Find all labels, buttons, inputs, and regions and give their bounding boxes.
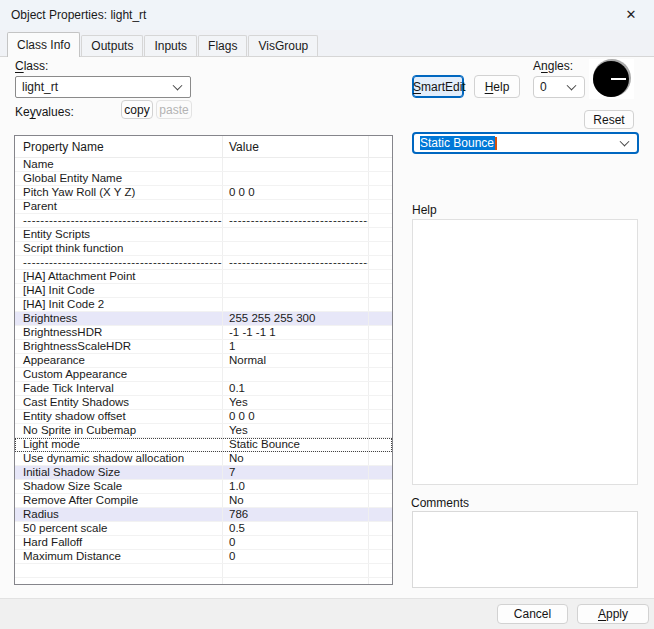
- property-name-cell[interactable]: Brightness: [15, 312, 223, 325]
- table-row[interactable]: Entity Scripts: [15, 228, 392, 242]
- property-name-cell[interactable]: Custom Appearance: [15, 368, 223, 381]
- tab-visgroup[interactable]: VisGroup: [248, 35, 318, 56]
- property-value-cell[interactable]: Normal: [223, 354, 369, 367]
- property-name-cell[interactable]: Script think function: [15, 242, 223, 255]
- table-row[interactable]: BrightnessHDR-1 -1 -1 1: [15, 326, 392, 340]
- property-value-cell[interactable]: 0.1: [223, 382, 369, 395]
- table-row[interactable]: [HA] Init Code 2: [15, 298, 392, 312]
- table-row[interactable]: [15, 564, 392, 578]
- tab-inputs[interactable]: Inputs: [144, 35, 197, 56]
- table-row[interactable]: [HA] Attachment Point: [15, 270, 392, 284]
- property-name-cell[interactable]: Hard Falloff: [15, 536, 223, 549]
- property-value-cell[interactable]: [223, 564, 369, 577]
- property-value-cell[interactable]: 0 0 0: [223, 410, 369, 423]
- tab-outputs[interactable]: Outputs: [81, 35, 143, 56]
- property-value-cell[interactable]: No: [223, 452, 369, 465]
- property-value-cell[interactable]: 0: [223, 550, 369, 563]
- table-row[interactable]: Entity shadow offset0 0 0: [15, 410, 392, 424]
- property-name-cell[interactable]: Light mode: [15, 438, 223, 451]
- class-combobox[interactable]: light_rt: [15, 76, 191, 98]
- paste-button[interactable]: paste: [156, 100, 192, 119]
- property-name-cell[interactable]: Global Entity Name: [15, 172, 223, 185]
- property-value-cell[interactable]: [223, 578, 369, 585]
- property-name-cell[interactable]: [15, 564, 223, 577]
- property-value-cell[interactable]: [223, 242, 369, 255]
- table-row[interactable]: Global Entity Name: [15, 172, 392, 186]
- light-mode-combobox[interactable]: Static Bounce: [412, 132, 639, 154]
- table-row[interactable]: Initial Shadow Size7: [15, 466, 392, 480]
- copy-button[interactable]: copy: [121, 100, 153, 119]
- table-row[interactable]: Cast Entity ShadowsYes: [15, 396, 392, 410]
- property-value-cell[interactable]: [223, 368, 369, 381]
- property-value-cell[interactable]: 1.0: [223, 480, 369, 493]
- angle-dial[interactable]: [589, 59, 634, 99]
- table-row[interactable]: Use dynamic shadow allocationNo: [15, 452, 392, 466]
- table-row[interactable]: Brightness255 255 255 300: [15, 312, 392, 326]
- property-value-cell[interactable]: ----------------------------------------…: [223, 256, 369, 269]
- table-row[interactable]: ----------------------------------------…: [15, 256, 392, 270]
- property-name-cell[interactable]: Initial Shadow Size: [15, 466, 223, 479]
- property-value-cell[interactable]: Yes: [223, 424, 369, 437]
- property-name-cell[interactable]: [HA] Attachment Point: [15, 270, 223, 283]
- property-name-cell[interactable]: Maximum Distance: [15, 550, 223, 563]
- table-row[interactable]: AppearanceNormal: [15, 354, 392, 368]
- smartedit-button[interactable]: SmartEdit: [412, 75, 464, 98]
- tab-class-info[interactable]: Class Info: [7, 32, 80, 57]
- comments-textarea[interactable]: [412, 511, 638, 588]
- property-name-cell[interactable]: Radius: [15, 508, 223, 521]
- table-row[interactable]: Maximum Distance0: [15, 550, 392, 564]
- property-value-cell[interactable]: 0 0 0: [223, 186, 369, 199]
- property-name-cell[interactable]: Appearance: [15, 354, 223, 367]
- table-row[interactable]: Radius786: [15, 508, 392, 522]
- property-name-cell[interactable]: ----------------------------------------…: [15, 256, 223, 269]
- property-value-cell[interactable]: [223, 172, 369, 185]
- table-row[interactable]: Pitch Yaw Roll (X Y Z)0 0 0: [15, 186, 392, 200]
- property-value-cell[interactable]: No: [223, 494, 369, 507]
- table-row[interactable]: No Sprite in CubemapYes: [15, 424, 392, 438]
- property-value-cell[interactable]: 1: [223, 340, 369, 353]
- property-name-cell[interactable]: Fade Tick Interval: [15, 382, 223, 395]
- table-row[interactable]: Fade Tick Interval0.1: [15, 382, 392, 396]
- property-name-cell[interactable]: BrightnessScaleHDR: [15, 340, 223, 353]
- reset-button[interactable]: Reset: [584, 110, 634, 129]
- property-name-cell[interactable]: [HA] Init Code 2: [15, 298, 223, 311]
- property-table[interactable]: Property Name Value NameGlobal Entity Na…: [14, 135, 393, 585]
- close-icon[interactable]: ✕: [616, 3, 646, 27]
- property-value-cell[interactable]: 7: [223, 466, 369, 479]
- property-value-cell[interactable]: 786: [223, 508, 369, 521]
- property-name-cell[interactable]: [15, 578, 223, 585]
- property-value-cell[interactable]: Static Bounce: [223, 438, 369, 451]
- property-value-cell[interactable]: [223, 270, 369, 283]
- table-row[interactable]: Light modeStatic Bounce: [15, 438, 392, 452]
- property-value-cell[interactable]: [223, 298, 369, 311]
- table-row[interactable]: Shadow Size Scale1.0: [15, 480, 392, 494]
- property-name-cell[interactable]: Shadow Size Scale: [15, 480, 223, 493]
- table-row[interactable]: Remove After CompileNo: [15, 494, 392, 508]
- property-value-cell[interactable]: 0: [223, 536, 369, 549]
- cancel-button[interactable]: Cancel: [497, 604, 568, 624]
- property-value-cell[interactable]: 0.5: [223, 522, 369, 535]
- table-row[interactable]: ----------------------------------------…: [15, 214, 392, 228]
- property-name-cell[interactable]: ----------------------------------------…: [15, 214, 223, 227]
- property-name-cell[interactable]: No Sprite in Cubemap: [15, 424, 223, 437]
- property-value-cell[interactable]: [223, 228, 369, 241]
- apply-button[interactable]: Apply: [577, 604, 649, 624]
- property-name-cell[interactable]: Cast Entity Shadows: [15, 396, 223, 409]
- property-value-cell[interactable]: 255 255 255 300: [223, 312, 369, 325]
- property-name-cell[interactable]: BrightnessHDR: [15, 326, 223, 339]
- property-value-cell[interactable]: [223, 284, 369, 297]
- property-name-cell[interactable]: Name: [15, 158, 223, 171]
- property-name-cell[interactable]: Entity shadow offset: [15, 410, 223, 423]
- table-row[interactable]: Hard Falloff0: [15, 536, 392, 550]
- table-row[interactable]: [HA] Init Code: [15, 284, 392, 298]
- property-name-cell[interactable]: Remove After Compile: [15, 494, 223, 507]
- tab-flags[interactable]: Flags: [198, 35, 247, 56]
- table-row[interactable]: Name: [15, 158, 392, 172]
- table-row[interactable]: [15, 578, 392, 585]
- property-value-cell[interactable]: ----------------------------------------…: [223, 214, 369, 227]
- property-value-cell[interactable]: Yes: [223, 396, 369, 409]
- property-value-cell[interactable]: [223, 200, 369, 213]
- table-row[interactable]: BrightnessScaleHDR1: [15, 340, 392, 354]
- property-name-cell[interactable]: Parent: [15, 200, 223, 213]
- property-value-cell[interactable]: [223, 158, 369, 171]
